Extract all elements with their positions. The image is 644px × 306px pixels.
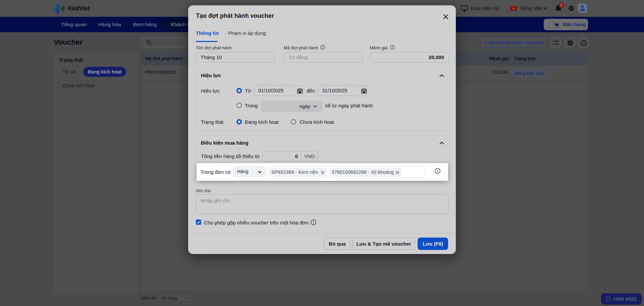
svg-text:?: ?	[583, 41, 585, 45]
